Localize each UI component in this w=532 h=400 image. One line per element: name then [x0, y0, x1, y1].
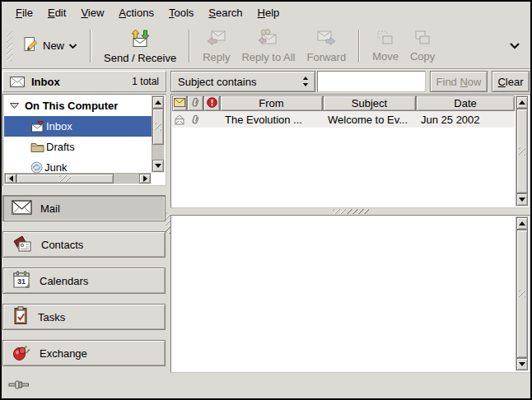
scroll-down-button[interactable]: [516, 193, 528, 206]
drafts-folder-icon: [30, 142, 44, 152]
reply-to-all-icon: [257, 29, 280, 49]
scroll-up-button[interactable]: [152, 96, 164, 109]
preview-pane[interactable]: [170, 215, 530, 373]
switcher-label: Exchange: [40, 347, 87, 360]
tree-item-label: Inbox: [46, 120, 72, 133]
menu-search[interactable]: Search: [201, 4, 250, 21]
folder-title: Inbox: [31, 76, 60, 88]
search-scope-dropdown[interactable]: Subject contains: [170, 71, 315, 92]
switcher-tasks-button[interactable]: Tasks: [2, 304, 166, 330]
clear-button[interactable]: Clear: [492, 71, 530, 92]
reply-to-all-button[interactable]: Reply to All: [236, 26, 301, 67]
find-now-button[interactable]: Find Now: [430, 71, 488, 92]
folder-tree-horizontal-scrollbar[interactable]: [4, 173, 152, 184]
scrollbar-trough[interactable]: [114, 174, 139, 184]
switcher-exchange-button[interactable]: Exchange: [2, 340, 166, 366]
scrollbar-thumb[interactable]: [516, 109, 528, 193]
column-subject[interactable]: Subject: [323, 95, 416, 111]
switcher-label: Tasks: [38, 311, 65, 323]
scroll-right-button[interactable]: [139, 174, 151, 184]
column-priority[interactable]: [203, 95, 220, 111]
scroll-up-button[interactable]: [516, 217, 528, 230]
menu-edit[interactable]: Edit: [40, 4, 73, 21]
thumb-grip: [519, 147, 525, 156]
folder-message-count: 1 total: [132, 76, 159, 87]
scrollbar-trough[interactable]: [152, 145, 164, 160]
message-subject: Welcome to Ev...: [323, 114, 416, 126]
message-list-scrollbar[interactable]: [516, 95, 529, 207]
message-list: From Subject Date The: [170, 94, 530, 208]
scroll-left-button[interactable]: [5, 174, 16, 184]
new-button[interactable]: New: [16, 26, 83, 67]
thumb-grip: [519, 290, 525, 298]
folder-tree-vertical-scrollbar[interactable]: [152, 95, 165, 173]
forward-button[interactable]: Forward: [301, 26, 352, 67]
message-status-column-icon: [174, 97, 185, 109]
arrow-up-icon: [519, 97, 525, 105]
dropdown-arrows-icon: [300, 77, 311, 86]
menu-view[interactable]: View: [73, 4, 111, 21]
move-button[interactable]: Move: [366, 26, 404, 67]
scroll-down-button[interactable]: [152, 160, 164, 172]
new-dropdown-chevron-icon[interactable]: [68, 40, 77, 52]
copy-label: Copy: [410, 50, 435, 63]
menubar: File Edit View Actions Tools Search Help: [2, 2, 530, 23]
switcher-mail-button[interactable]: Mail: [2, 195, 166, 221]
calendar-day-number: 31: [17, 277, 26, 286]
column-attachment[interactable]: [187, 95, 203, 111]
column-date[interactable]: Date: [416, 95, 515, 111]
folder-tree-rows: On This Computer Inbox: [4, 95, 152, 173]
message-row[interactable]: The Evolution ... Welcome to Ev... Jun 2…: [172, 111, 515, 128]
arrow-down-icon: [519, 198, 525, 205]
menu-tools[interactable]: Tools: [161, 4, 201, 21]
tree-item-drafts[interactable]: Drafts: [4, 137, 152, 157]
switcher-label: Calendars: [40, 275, 88, 287]
thumb-grip: [59, 175, 71, 182]
splitter-grip: [333, 209, 369, 214]
copy-icon: [413, 30, 432, 49]
reply-button[interactable]: Reply: [197, 26, 236, 67]
toolbar-drag-handle[interactable]: [7, 30, 12, 62]
exchange-icon: [12, 343, 31, 364]
tree-root-label: On This Computer: [25, 100, 118, 112]
column-message-status[interactable]: [172, 95, 187, 111]
arrow-down-icon: [519, 362, 525, 370]
expander-icon[interactable]: [9, 100, 20, 112]
toolbar: New Send / Receive: [2, 23, 530, 69]
preview-pane-scrollbar[interactable]: [516, 216, 529, 371]
tree-item-junk[interactable]: Junk: [4, 157, 152, 173]
menu-help[interactable]: Help: [250, 4, 287, 21]
switcher-contacts-button[interactable]: Contacts: [2, 231, 166, 258]
send-receive-button[interactable]: Send / Receive: [98, 26, 182, 67]
scrollbar-thumb[interactable]: [516, 230, 528, 358]
preview-splitter[interactable]: [170, 208, 530, 215]
scrollbar-thumb[interactable]: [152, 109, 164, 145]
online-status-icon[interactable]: [8, 379, 33, 393]
forward-icon: [315, 29, 337, 49]
tree-item-label: Drafts: [46, 141, 75, 153]
folder-tree: On This Computer Inbox: [2, 94, 166, 186]
tree-item-on-this-computer[interactable]: On This Computer: [4, 95, 152, 116]
attachment-icon: [187, 114, 203, 125]
menu-file[interactable]: File: [8, 4, 40, 21]
search-input[interactable]: [317, 71, 426, 92]
column-from[interactable]: From: [220, 95, 323, 111]
arrow-up-icon: [155, 97, 161, 105]
tree-item-inbox[interactable]: Inbox: [4, 116, 152, 137]
scroll-up-button[interactable]: [516, 96, 528, 109]
folder-title-bar: Inbox 1 total: [2, 71, 166, 92]
switcher-calendars-button[interactable]: 31 Calendars: [2, 267, 166, 294]
toolbar-separator: [358, 30, 360, 63]
clear-label: Clear: [497, 76, 523, 88]
send-receive-label: Send / Receive: [104, 52, 176, 64]
reply-label: Reply: [203, 51, 230, 63]
toolbar-overflow-chevron-icon[interactable]: [509, 40, 520, 52]
message-rows: The Evolution ... Welcome to Ev... Jun 2…: [172, 111, 515, 207]
arrow-up-icon: [519, 218, 525, 226]
menu-actions[interactable]: Actions: [111, 4, 161, 21]
mail-icon: [12, 200, 32, 217]
copy-button[interactable]: Copy: [404, 26, 441, 67]
scroll-down-button[interactable]: [516, 358, 528, 370]
scrollbar-thumb[interactable]: [16, 174, 114, 184]
new-message-icon: [22, 36, 39, 55]
